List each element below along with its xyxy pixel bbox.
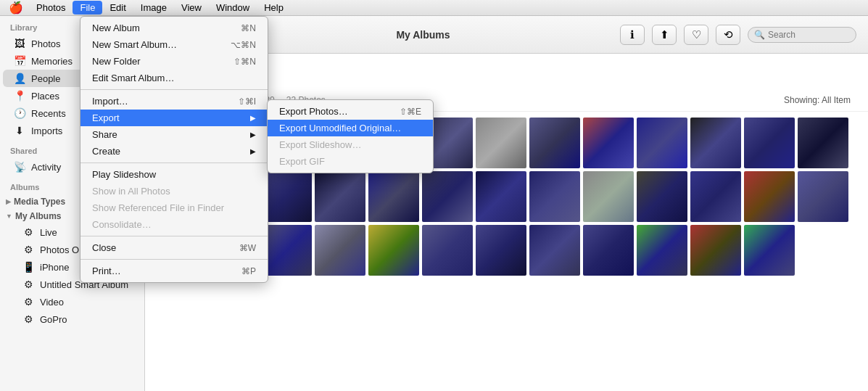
menu-play-slideshow[interactable]: Play Slideshow xyxy=(80,166,268,183)
export-photos-shortcut: ⇧⌘E xyxy=(400,107,421,117)
photos-only-icon: ⚙ xyxy=(22,244,35,255)
menu-close[interactable]: Close ⌘W xyxy=(80,239,268,256)
sidebar-item-gopro[interactable]: ⚙ GoPro xyxy=(3,310,141,328)
toolbar-title: My Albums xyxy=(363,29,484,41)
photo-thumb-20[interactable] xyxy=(476,171,526,222)
photo-thumb-25[interactable] xyxy=(744,171,795,222)
favorite-button[interactable]: ♡ xyxy=(684,25,708,45)
activity-icon: 📡 xyxy=(13,161,26,173)
photo-thumb-33[interactable] xyxy=(476,225,526,276)
new-folder-shortcut: ⇧⌘N xyxy=(233,57,256,67)
export-arrow: ▶ xyxy=(250,114,256,122)
photo-thumb-35[interactable] xyxy=(583,225,634,276)
menu-new-folder[interactable]: New Folder ⇧⌘N xyxy=(80,53,268,70)
menu-new-smart-album[interactable]: New Smart Album… ⌥⌘N xyxy=(80,36,268,53)
sidebar-item-imports-label: Imports xyxy=(31,125,62,136)
menu-show-in-all-photos: Show in All Photos xyxy=(80,183,268,199)
photo-thumb-10[interactable] xyxy=(637,118,687,168)
sidebar-item-gopro-label: GoPro xyxy=(40,314,67,325)
apple-menu[interactable]: 🍎 xyxy=(3,0,29,16)
print-label: Print… xyxy=(92,266,121,276)
show-in-all-photos-label: Show in All Photos xyxy=(92,186,170,197)
my-albums-chevron: ▼ xyxy=(6,213,12,220)
photo-thumb-12[interactable] xyxy=(744,118,795,168)
photo-thumb-18[interactable] xyxy=(368,171,419,222)
new-album-label: New Album xyxy=(92,22,140,33)
import-label: Import… xyxy=(92,96,128,107)
photo-thumb-32[interactable] xyxy=(422,225,473,276)
new-folder-label: New Folder xyxy=(92,56,140,67)
menu-show-referenced-file: Show Referenced File in Finder xyxy=(80,199,268,216)
menu-file[interactable]: File xyxy=(73,1,102,15)
photo-thumb-24[interactable] xyxy=(690,171,741,222)
export-gif-item: Export GIF xyxy=(268,153,433,170)
photo-thumb-7[interactable] xyxy=(476,118,526,168)
sidebar-item-places-label: Places xyxy=(31,91,59,102)
photo-thumb-36[interactable] xyxy=(637,225,687,276)
export-unmodified-item[interactable]: Export Unmodified Original… xyxy=(268,120,433,136)
sidebar-item-video-label: Video xyxy=(40,297,64,308)
consolidate-label: Consolidate… xyxy=(92,219,152,230)
photos-icon: 🖼 xyxy=(13,38,26,49)
photo-thumb-29[interactable] xyxy=(261,225,312,276)
photo-thumb-11[interactable] xyxy=(690,118,741,168)
create-label: Create xyxy=(92,146,120,157)
search-box[interactable]: 🔍 xyxy=(748,27,856,43)
sidebar-item-iphone-label: iPhone xyxy=(40,262,69,273)
info-button[interactable]: ℹ xyxy=(620,25,645,45)
menu-new-album[interactable]: New Album ⌘N xyxy=(80,20,268,36)
people-icon: 👤 xyxy=(13,73,26,84)
video-icon: ⚙ xyxy=(22,296,35,308)
rotate-button[interactable]: ⟲ xyxy=(716,25,740,45)
gopro-icon: ⚙ xyxy=(22,313,35,325)
photo-thumb-22[interactable] xyxy=(583,171,634,222)
photo-thumb-13[interactable] xyxy=(798,118,848,168)
menu-import[interactable]: Import… ⇧⌘I xyxy=(80,93,268,110)
untitled-smart-album-icon: ⚙ xyxy=(22,279,35,290)
photo-thumb-23[interactable] xyxy=(637,171,687,222)
export-unmodified-label: Export Unmodified Original… xyxy=(279,123,401,133)
photo-thumb-38[interactable] xyxy=(744,225,795,276)
menu-create[interactable]: Create ▶ xyxy=(80,143,268,160)
menu-window[interactable]: Window xyxy=(209,1,257,15)
photo-thumb-17[interactable] xyxy=(315,171,365,222)
sidebar-item-video[interactable]: ⚙ Video xyxy=(3,293,141,310)
export-photos-label: Export Photos… xyxy=(279,106,348,117)
photo-thumb-9[interactable] xyxy=(583,118,634,168)
menu-export[interactable]: Export ▶ xyxy=(80,110,268,126)
sep2 xyxy=(80,162,268,163)
export-photos-item[interactable]: Export Photos… ⇧⌘E xyxy=(268,103,433,120)
search-input[interactable] xyxy=(768,30,848,40)
sidebar-item-activity-label: Activity xyxy=(31,162,61,173)
media-types-label: Media Types xyxy=(14,197,65,207)
print-shortcut: ⌘P xyxy=(241,266,256,276)
menu-photos[interactable]: Photos xyxy=(29,1,73,15)
export-slideshow-item: Export Slideshow… xyxy=(268,136,433,153)
menu-print[interactable]: Print… ⌘P xyxy=(80,263,268,279)
photo-thumb-26[interactable] xyxy=(798,171,848,222)
photo-thumb-34[interactable] xyxy=(529,225,580,276)
menu-consolidate: Consolidate… xyxy=(80,216,268,233)
photo-thumb-21[interactable] xyxy=(529,171,580,222)
menu-view[interactable]: View xyxy=(174,1,209,15)
photo-thumb-37[interactable] xyxy=(690,225,741,276)
menu-edit-smart-album[interactable]: Edit Smart Album… xyxy=(80,70,268,86)
photo-thumb-8[interactable] xyxy=(529,118,580,168)
sidebar-item-recents-label: Recents xyxy=(31,108,66,119)
photo-thumb-19[interactable] xyxy=(422,171,473,222)
photo-thumb-16[interactable] xyxy=(261,171,312,222)
media-types-chevron: ▶ xyxy=(6,198,11,205)
photo-thumb-30[interactable] xyxy=(315,225,365,276)
menu-image[interactable]: Image xyxy=(133,1,174,15)
menu-help[interactable]: Help xyxy=(257,1,291,15)
live-icon: ⚙ xyxy=(22,226,35,238)
iphone-icon: 📱 xyxy=(22,261,35,273)
menu-edit[interactable]: Edit xyxy=(102,1,133,15)
photo-thumb-31[interactable] xyxy=(368,225,419,276)
menu-share[interactable]: Share ▶ xyxy=(80,126,268,143)
sep4 xyxy=(80,259,268,260)
menu-bar: 🍎 Photos File Edit Image View Window Hel… xyxy=(0,0,868,16)
share-button[interactable]: ⬆ xyxy=(652,25,677,45)
file-menu: New Album ⌘N New Smart Album… ⌥⌘N New Fo… xyxy=(80,16,268,283)
sep1 xyxy=(80,89,268,90)
